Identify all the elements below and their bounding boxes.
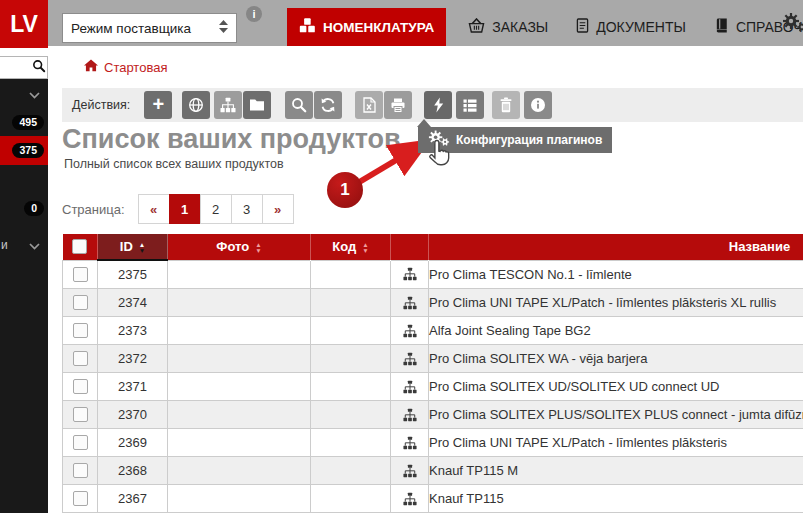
select-all-checkbox[interactable]	[72, 239, 87, 254]
tree-icon[interactable]	[391, 345, 429, 373]
tree-icon[interactable]	[391, 373, 429, 401]
pagination-prev-button[interactable]: «	[138, 194, 170, 224]
list-columns-icon	[462, 98, 478, 113]
tree-icon[interactable]	[391, 429, 429, 457]
actions-label: Действия:	[72, 98, 130, 112]
trash-icon	[499, 97, 513, 113]
info-icon[interactable]: i	[246, 6, 262, 22]
nav-item-orders[interactable]: ЗАКАЗЫ	[462, 8, 554, 46]
table-row: 2374 Pro Clima UNI TAPE XL/Patch - līmle…	[63, 289, 803, 317]
app-window: LV Режим поставщика i НОМЕНКЛАТУРА ЗАКАЗ…	[0, 0, 803, 516]
row-checkbox[interactable]	[73, 267, 88, 282]
row-checkbox[interactable]	[73, 407, 88, 422]
column-header-id[interactable]: ID▲▼	[98, 234, 168, 260]
table-row: 2368 Knauf TP115 M	[63, 457, 803, 485]
tree-icon[interactable]	[391, 457, 429, 485]
column-header-name[interactable]: Название	[429, 234, 803, 260]
cell-name[interactable]: Pro Clima UNI TAPE XL/Patch - līmlentes …	[429, 429, 803, 457]
pagination-next-button[interactable]: »	[262, 194, 294, 224]
main-nav: НОМЕНКЛАТУРА ЗАКАЗЫ ДОКУМЕНТЫ СПРАВОЧНИК…	[287, 8, 803, 46]
row-checkbox[interactable]	[73, 351, 88, 366]
column-label: Фото	[216, 239, 249, 254]
globe-icon	[188, 97, 204, 113]
sitemap-button[interactable]	[214, 91, 242, 119]
folder-button[interactable]	[243, 91, 271, 119]
row-checkbox[interactable]	[73, 379, 88, 394]
column-header-code[interactable]: Код▲▼	[311, 234, 391, 260]
info-button[interactable]	[524, 91, 552, 119]
row-checkbox[interactable]	[73, 295, 88, 310]
add-button[interactable]: +	[144, 91, 172, 119]
globe-button[interactable]	[182, 91, 210, 119]
cell-name[interactable]: Pro Clima SOLITEX PLUS/SOLITEX PLUS conn…	[429, 401, 803, 429]
pagination-page-1[interactable]: 1	[169, 194, 201, 224]
cubes-icon	[299, 18, 316, 36]
breadcrumb[interactable]: Стартовая	[84, 59, 167, 75]
refresh-button[interactable]	[314, 91, 342, 119]
pagination-page-2[interactable]: 2	[200, 194, 232, 224]
cell-id: 2371	[98, 373, 168, 401]
sidebar-item-collapsed-3[interactable]: 0	[0, 194, 48, 222]
tree-icon[interactable]	[391, 260, 429, 289]
tree-icon[interactable]	[391, 289, 429, 317]
plugins-button[interactable]	[424, 91, 452, 119]
mode-select[interactable]: Режим поставщика	[62, 13, 237, 43]
search-icon[interactable]	[32, 59, 46, 77]
cell-code	[311, 485, 391, 513]
sort-icon: ▲▼	[255, 242, 261, 253]
count-badge: 0	[24, 201, 44, 216]
pagination-label: Страница:	[62, 202, 125, 217]
column-label: Название	[729, 239, 790, 254]
column-header-tree	[391, 234, 429, 260]
cell-name[interactable]: Pro Clima SOLITEX UD/SOLITEX UD connect …	[429, 373, 803, 401]
select-all-header[interactable]	[63, 234, 98, 260]
cell-name[interactable]: Pro Clima TESCON No.1 - līmlente	[429, 260, 803, 289]
nav-item-documents[interactable]: ДОКУМЕНТЫ	[570, 8, 692, 46]
cell-code	[311, 345, 391, 373]
hand-cursor-icon	[427, 139, 453, 173]
cell-name[interactable]: Pro Clima UNI TAPE XL/Patch - līmlentes …	[429, 289, 803, 317]
row-checkbox[interactable]	[73, 323, 88, 338]
tree-icon[interactable]	[391, 401, 429, 429]
sidebar-item-label: и	[1, 238, 8, 252]
select-arrows-icon	[219, 20, 228, 36]
cell-name[interactable]: Knauf TP115 M	[429, 457, 803, 485]
row-checkbox[interactable]	[73, 435, 88, 450]
tree-icon[interactable]	[391, 317, 429, 345]
nav-label: ДОКУМЕНТЫ	[596, 19, 686, 35]
sidebar-item-collapsed-4[interactable]: и	[0, 230, 48, 260]
annotation-step-badge: 1	[327, 172, 363, 208]
cell-photo	[168, 485, 311, 513]
sidebar-item-collapsed-1[interactable]	[0, 79, 48, 108]
row-checkbox[interactable]	[73, 463, 88, 478]
pagination-page-3[interactable]: 3	[231, 194, 263, 224]
cell-name[interactable]: Pro Clima SOLITEX WA - vēja barjera	[429, 345, 803, 373]
column-header-photo[interactable]: Фото▲▼	[168, 234, 311, 260]
sidebar-item-collapsed-2[interactable]: 495	[0, 108, 48, 136]
delete-button[interactable]	[492, 91, 520, 119]
print-button[interactable]	[384, 91, 412, 119]
search-button[interactable]	[285, 91, 313, 119]
table-row: 2371 Pro Clima SOLITEX UD/SOLITEX UD con…	[63, 373, 803, 401]
search-input[interactable]	[0, 58, 32, 77]
nav-item-nomenclature[interactable]: НОМЕНКЛАТУРА	[287, 8, 446, 46]
sort-icon: ▲▼	[362, 242, 368, 253]
home-icon	[84, 59, 98, 75]
excel-export-button[interactable]	[355, 91, 383, 119]
count-badge: 495	[12, 115, 44, 130]
products-table: ID▲▼ Фото▲▼ Код▲▼ Название 2375	[62, 234, 803, 513]
cell-code	[311, 317, 391, 345]
app-logo[interactable]: LV	[0, 0, 48, 48]
sort-icon: ▲▼	[139, 242, 145, 253]
cell-name[interactable]: Knauf TP115	[429, 485, 803, 513]
cell-id: 2374	[98, 289, 168, 317]
cell-name[interactable]: Alfa Joint Sealing Tape BG2	[429, 317, 803, 345]
chevron-down-icon	[29, 85, 40, 103]
settings-cogs-icon[interactable]	[782, 12, 803, 38]
book-icon	[714, 18, 729, 36]
columns-button[interactable]	[456, 91, 484, 119]
row-checkbox[interactable]	[73, 491, 88, 506]
tree-icon[interactable]	[391, 485, 429, 513]
cell-photo	[168, 260, 311, 289]
sidebar-item-active[interactable]: 375	[0, 136, 48, 165]
